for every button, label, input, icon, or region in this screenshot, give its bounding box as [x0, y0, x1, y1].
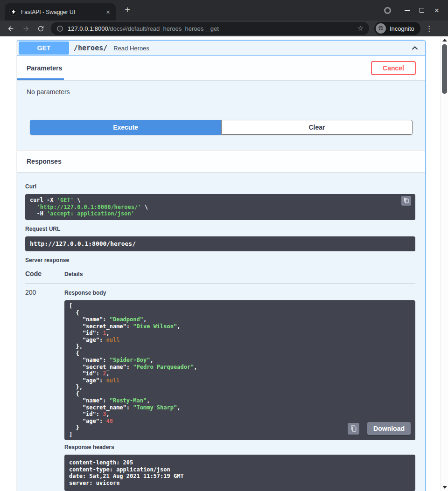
scrollbar[interactable]: [441, 36, 448, 491]
forward-arrow-icon: [22, 25, 30, 33]
code-line: {: [69, 310, 411, 317]
responses-title: Responses: [27, 158, 62, 165]
incognito-icon: [376, 23, 386, 34]
endpoint-summary: Read Heroes: [113, 45, 410, 52]
curl-label: Curl: [25, 183, 415, 190]
code-line: date: Sat,21 Aug 2021 11:57:19 GMT: [69, 473, 411, 480]
responses-body: Curl curl -X 'GET' \ 'http://127.0.0.1:8…: [17, 183, 425, 491]
active-tab-underline: [17, 78, 64, 80]
minimize-icon: [405, 10, 410, 11]
back-button[interactable]: [5, 22, 17, 35]
tab-strip: FastAPI - Swagger UI × + ×: [0, 0, 448, 21]
code-column-header: Code: [25, 270, 64, 277]
method-badge: GET: [19, 41, 69, 55]
code-line: server: uvicorn: [69, 480, 411, 487]
response-code: 200: [25, 289, 64, 491]
response-headers-block: content-length: 205content-type: applica…: [64, 455, 415, 491]
browser-toolbar: 127.0.0.1:8000/docs#/default/read_heroes…: [0, 21, 448, 36]
reload-icon: [37, 25, 45, 33]
code-line: "age": null: [69, 377, 411, 384]
response-body-json: [ { "name": "Deadpond", "secret_name": "…: [69, 303, 411, 438]
url-host: 127.0.0.1:8000: [68, 25, 108, 32]
window-controls: ×: [384, 0, 444, 21]
no-parameters-text: No parameters: [27, 88, 416, 96]
incognito-label: Incognito: [390, 25, 414, 32]
close-icon: ×: [434, 7, 439, 14]
reload-button[interactable]: [35, 22, 47, 35]
swagger-page: GET /heroes/ Read Heroes Parameters Canc…: [0, 36, 441, 491]
back-arrow-icon: [7, 25, 15, 33]
response-body-label: Response body: [64, 290, 415, 296]
curl-block: curl -X 'GET' \ 'http://127.0.0.1:8000/h…: [25, 194, 415, 220]
opblock-summary[interactable]: GET /heroes/ Read Heroes: [17, 41, 425, 56]
endpoint-path: /heroes/: [74, 44, 107, 52]
clear-button[interactable]: Clear: [221, 120, 413, 135]
code-line: "secret_name": "Pedro Parqueador",: [69, 364, 411, 371]
response-table: Code Details 200 Response body [ { "name…: [25, 270, 415, 491]
code-line: -H 'accept: application/json': [30, 210, 411, 217]
browser-status-icon[interactable]: [384, 7, 391, 14]
minimize-button[interactable]: [399, 0, 414, 21]
browser-chrome: FastAPI - Swagger UI × + × 127.0.0.1:80: [0, 0, 448, 36]
download-button[interactable]: Download: [367, 422, 411, 435]
response-details: Response body [ { "name": "Deadpond", "s…: [64, 289, 415, 491]
maximize-icon: [420, 8, 424, 13]
forward-button[interactable]: [20, 22, 32, 35]
code-line: http://127.0.0.1:8000/heroes/: [30, 241, 411, 248]
fastapi-favicon: [9, 8, 17, 16]
response-table-header: Code Details: [25, 270, 415, 284]
tab-parameters[interactable]: Parameters: [27, 64, 62, 72]
url-path: /docs#/default/read_heroes_heroes__get: [108, 25, 219, 32]
scrollbar-down-arrow[interactable]: [442, 486, 447, 489]
lightning-bolt-icon: [11, 9, 16, 14]
code-line: content-type: application/json: [69, 466, 411, 473]
code-line: curl -X 'GET' \: [30, 197, 411, 204]
code-line: "age": null: [69, 337, 411, 344]
code-line: },: [69, 343, 411, 350]
parameters-header: Parameters Cancel: [17, 56, 425, 80]
url-text: 127.0.0.1:8000/docs#/default/read_heroes…: [68, 25, 219, 32]
code-line: "name": "Deadpond",: [69, 316, 411, 323]
execute-button[interactable]: Execute: [30, 120, 221, 135]
code-line: "name": "Rusty-Man",: [69, 397, 411, 404]
code-line: "id": 3,: [69, 411, 411, 418]
request-url-block: http://127.0.0.1:8000/heroes/: [25, 236, 415, 252]
new-tab-button[interactable]: +: [122, 5, 133, 15]
cancel-button[interactable]: Cancel: [371, 61, 416, 75]
clipboard-icon: [404, 198, 409, 203]
response-body-block: [ { "name": "Deadpond", "secret_name": "…: [64, 300, 415, 440]
responses-header: Responses: [17, 150, 425, 172]
request-url-label: Request URL: [25, 226, 415, 232]
collapse-chevron-icon[interactable]: [410, 43, 420, 53]
response-body-controls: Download: [348, 422, 411, 435]
address-bar[interactable]: 127.0.0.1:8000/docs#/default/read_heroes…: [51, 22, 369, 35]
browser-tab[interactable]: FastAPI - Swagger UI ×: [5, 3, 116, 21]
server-response-label: Server response: [25, 257, 415, 263]
code-line: [: [69, 303, 411, 310]
code-line: "secret_name": "Dive Wilson",: [69, 323, 411, 330]
opblock-get-heroes: GET /heroes/ Read Heroes Parameters Canc…: [17, 40, 426, 491]
copy-response-button[interactable]: [348, 423, 359, 435]
close-button[interactable]: ×: [429, 0, 444, 21]
copy-curl-button[interactable]: [401, 196, 411, 206]
tab-close-icon[interactable]: ×: [104, 8, 112, 16]
code-line: "id": 2,: [69, 370, 411, 377]
site-info-icon[interactable]: [56, 25, 63, 32]
details-column-header: Details: [64, 270, 83, 277]
browser-menu-button[interactable]: ⋮: [425, 24, 434, 33]
scrollbar-thumb[interactable]: [442, 44, 447, 94]
code-line: {: [69, 350, 411, 357]
bookmark-star-icon[interactable]: ☆: [357, 24, 364, 33]
response-row: 200 Response body [ { "name": "Deadpond"…: [25, 284, 415, 491]
incognito-badge: Incognito: [374, 22, 420, 35]
code-line: "id": 1,: [69, 330, 411, 337]
scrollbar-up-arrow[interactable]: [442, 39, 447, 41]
tab-title: FastAPI - Swagger UI: [21, 9, 104, 15]
code-line: 'http://127.0.0.1:8000/heroes/' \: [30, 204, 411, 211]
clipboard-icon: [350, 425, 357, 432]
code-line: content-length: 205: [69, 459, 411, 466]
code-line: "name": "Spider-Boy",: [69, 357, 411, 364]
response-headers-label: Response headers: [64, 444, 415, 450]
code-line: },: [69, 384, 411, 391]
maximize-button[interactable]: [414, 0, 429, 21]
